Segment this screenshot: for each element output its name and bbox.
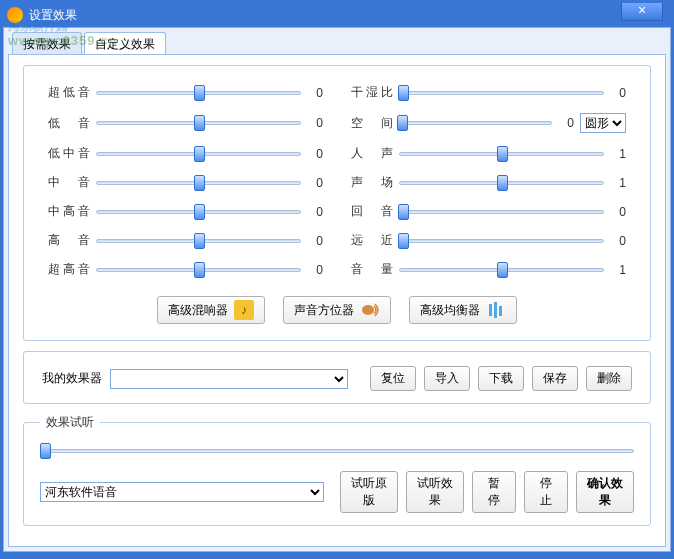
effect-group: 超低音0干湿比0低 音0空 间0圆形低中音0人 声1中 音0声 场1中高音0回 … <box>23 65 651 341</box>
save-button[interactable]: 保存 <box>532 366 578 391</box>
slider-row-left-1: 低 音0 <box>48 113 323 133</box>
svg-point-2 <box>362 305 374 315</box>
slider-label: 中高音 <box>48 203 90 220</box>
my-effects-group: 我的效果器 复位 导入 下载 保存 删除 <box>23 351 651 404</box>
slider-label: 超低音 <box>48 84 90 101</box>
slider-value: 1 <box>610 176 626 190</box>
tab-bar: 按需效果 自定义效果 <box>8 32 666 54</box>
space-shape-select[interactable]: 圆形 <box>580 113 626 133</box>
eq-slider[interactable] <box>96 85 301 101</box>
tab-custom[interactable]: 自定义效果 <box>84 32 166 54</box>
try-effect-button[interactable]: 试听效果 <box>406 471 464 513</box>
slider-value: 1 <box>610 147 626 161</box>
adv-eq-button[interactable]: 高级均衡器 <box>409 296 517 324</box>
slider-label: 干湿比 <box>351 84 393 101</box>
slider-value: 0 <box>307 205 323 219</box>
svg-text:♪: ♪ <box>241 303 247 317</box>
delete-button[interactable]: 删除 <box>586 366 632 391</box>
slider-value: 1 <box>610 263 626 277</box>
slider-row-left-2: 低中音0 <box>48 145 323 162</box>
import-button[interactable]: 导入 <box>424 366 470 391</box>
stop-button[interactable]: 停止 <box>524 471 568 513</box>
svg-rect-4 <box>494 302 497 318</box>
slider-row-right-0: 干湿比0 <box>351 84 626 101</box>
slider-value: 0 <box>307 86 323 100</box>
tab-panel: 超低音0干湿比0低 音0空 间0圆形低中音0人 声1中 音0声 场1中高音0回 … <box>8 54 666 547</box>
speaker-icon <box>360 300 380 320</box>
eq-slider[interactable] <box>96 262 301 278</box>
sound-pan-button[interactable]: 声音方位器 <box>283 296 391 324</box>
slider-label: 回 音 <box>351 203 393 220</box>
equalizer-icon <box>486 300 506 320</box>
eq-slider[interactable] <box>96 233 301 249</box>
slider-row-left-4: 中高音0 <box>48 203 323 220</box>
slider-label: 远 近 <box>351 232 393 249</box>
try-listen-group: 效果试听 河东软件语音 试听原版 试听效果 暂停 停止 确认效果 <box>23 414 651 526</box>
app-icon <box>7 7 23 23</box>
download-button[interactable]: 下载 <box>478 366 524 391</box>
slider-row-left-0: 超低音0 <box>48 84 323 101</box>
eq-slider[interactable] <box>96 115 301 131</box>
slider-row-right-2: 人 声1 <box>351 145 626 162</box>
slider-value: 0 <box>610 86 626 100</box>
window-titlebar: 设置效果 × <box>3 3 671 27</box>
slider-label: 人 声 <box>351 145 393 162</box>
tab-preset[interactable]: 按需效果 <box>12 32 82 54</box>
slider-label: 空 间 <box>351 115 393 132</box>
playback-slider[interactable] <box>40 443 634 459</box>
slider-row-left-3: 中 音0 <box>48 174 323 191</box>
slider-row-right-4: 回 音0 <box>351 203 626 220</box>
music-note-icon: ♪ <box>234 300 254 320</box>
eq-slider[interactable] <box>399 175 604 191</box>
slider-value: 0 <box>610 234 626 248</box>
slider-row-left-5: 高 音0 <box>48 232 323 249</box>
close-button[interactable]: × <box>621 3 663 21</box>
eq-slider[interactable] <box>399 262 604 278</box>
slider-label: 声 场 <box>351 174 393 191</box>
slider-row-left-6: 超高音0 <box>48 261 323 278</box>
slider-label: 中 音 <box>48 174 90 191</box>
slider-value: 0 <box>307 234 323 248</box>
svg-rect-3 <box>489 304 492 316</box>
eq-slider[interactable] <box>399 146 604 162</box>
slider-label: 低 音 <box>48 115 90 132</box>
slider-label: 高 音 <box>48 232 90 249</box>
slider-value: 0 <box>307 263 323 277</box>
adv-reverb-button[interactable]: 高级混响器 ♪ <box>157 296 265 324</box>
voice-select[interactable]: 河东软件语音 <box>40 482 324 502</box>
slider-value: 0 <box>610 205 626 219</box>
slider-row-right-6: 音 量1 <box>351 261 626 278</box>
slider-row-right-5: 远 近0 <box>351 232 626 249</box>
slider-value: 0 <box>307 176 323 190</box>
eq-slider[interactable] <box>399 115 552 131</box>
slider-label: 超高音 <box>48 261 90 278</box>
my-effects-label: 我的效果器 <box>42 370 102 387</box>
slider-value: 0 <box>307 147 323 161</box>
slider-value: 0 <box>307 116 323 130</box>
eq-slider[interactable] <box>96 175 301 191</box>
try-original-button[interactable]: 试听原版 <box>340 471 398 513</box>
eq-slider[interactable] <box>399 204 604 220</box>
slider-label: 低中音 <box>48 145 90 162</box>
pause-button[interactable]: 暂停 <box>472 471 516 513</box>
reset-button[interactable]: 复位 <box>370 366 416 391</box>
svg-rect-5 <box>499 306 502 316</box>
eq-slider[interactable] <box>96 204 301 220</box>
slider-label: 音 量 <box>351 261 393 278</box>
eq-slider[interactable] <box>399 233 604 249</box>
window-body: 按需效果 自定义效果 超低音0干湿比0低 音0空 间0圆形低中音0人 声1中 音… <box>3 27 671 552</box>
slider-row-right-1: 空 间0圆形 <box>351 113 626 133</box>
slider-value: 0 <box>558 116 574 130</box>
window-title: 设置效果 <box>29 7 77 24</box>
my-effects-select[interactable] <box>110 369 348 389</box>
slider-row-right-3: 声 场1 <box>351 174 626 191</box>
try-legend: 效果试听 <box>40 414 100 431</box>
confirm-effect-button[interactable]: 确认效果 <box>576 471 634 513</box>
eq-slider[interactable] <box>399 85 604 101</box>
eq-slider[interactable] <box>96 146 301 162</box>
